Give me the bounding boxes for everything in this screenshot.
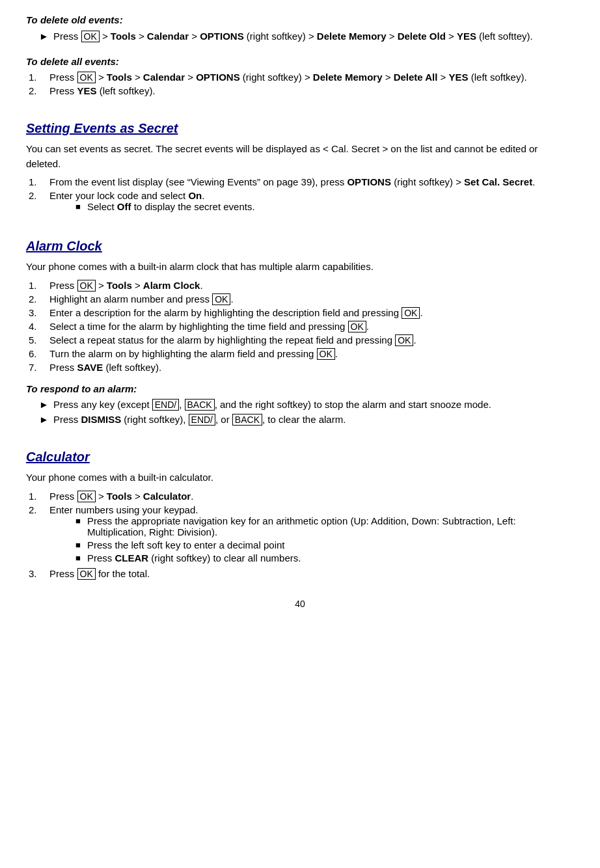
list-item: 6. Turn the alarm on by highlighting the… xyxy=(26,348,574,359)
respond-content-2: Press DISMISS (right softkey), END/, or … xyxy=(53,414,574,425)
list-item: 2. Enter numbers using your keypad. ■ Pr… xyxy=(26,504,574,565)
list-num: 1. xyxy=(26,491,49,502)
sub-content: Press CLEAR (right softkey) to clear all… xyxy=(87,552,574,563)
delete-all-list: 1. Press OK > Tools > Calendar > OPTIONS… xyxy=(26,72,574,96)
list-item: ■ Press CLEAR (right softkey) to clear a… xyxy=(49,552,574,563)
ok-kbd: OK xyxy=(212,293,230,305)
end-kbd: END/ xyxy=(152,399,179,411)
list-item: 2. Enter your lock code and select On. ■… xyxy=(26,190,574,214)
list-item: ■ Press the left soft key to enter a dec… xyxy=(49,539,574,550)
calculator-title: Calculator xyxy=(26,447,574,467)
alarm-clock-intro: Your phone comes with a built-in alarm c… xyxy=(26,260,574,275)
list-content: Press YES (left softkey). xyxy=(49,85,574,96)
setting-events-list: 1. From the event list display (see “Vie… xyxy=(26,176,574,214)
delete-old-content: Press OK > Tools > Calendar > OPTIONS (r… xyxy=(53,31,574,42)
alarm-clock-list: 1. Press OK > Tools > Alarm Clock. 2. Hi… xyxy=(26,280,574,373)
respond-bullet-1: ► Press any key (except END/, BACK, and … xyxy=(26,399,574,410)
list-num: 5. xyxy=(26,334,49,346)
back-kbd: BACK xyxy=(185,399,215,411)
list-item: 1. Press OK > Tools > Calendar > OPTIONS… xyxy=(26,72,574,83)
list-content: Enter a description for the alarm by hig… xyxy=(49,307,574,318)
ok-kbd: OK xyxy=(317,348,335,360)
list-num: 3. xyxy=(26,568,49,579)
list-item: 3. Press OK for the total. xyxy=(26,568,574,579)
square-icon: ■ xyxy=(75,202,87,212)
respond-content-1: Press any key (except END/, BACK, and th… xyxy=(53,399,574,410)
list-content: Press OK > Tools > Alarm Clock. xyxy=(49,280,574,291)
list-content: Turn the alarm on by highlighting the al… xyxy=(49,348,574,359)
sub-content: Select Off to display the secret events. xyxy=(87,201,574,212)
page-number: 40 xyxy=(295,599,305,609)
list-num: 2. xyxy=(26,85,49,96)
sub-content: Press the left soft key to enter a decim… xyxy=(87,539,574,550)
list-item: 2. Press YES (left softkey). xyxy=(26,85,574,96)
list-content: Select a repeat status for the alarm by … xyxy=(49,334,574,346)
ok-kbd: OK xyxy=(348,321,366,332)
ok-kbd: OK xyxy=(77,491,96,502)
back-kbd: BACK xyxy=(232,414,262,426)
arrow-icon: ► xyxy=(39,414,53,425)
list-num: 2. xyxy=(26,504,49,565)
list-content: Enter numbers using your keypad. ■ Press… xyxy=(49,504,574,565)
list-content: Highlight an alarm number and press OK. xyxy=(49,293,574,305)
list-item: 2. Highlight an alarm number and press O… xyxy=(26,293,574,305)
list-content: Press OK for the total. xyxy=(49,568,574,579)
sub-content: Press the appropriate navigation key for… xyxy=(87,515,574,537)
ok-kbd: OK xyxy=(77,568,96,580)
ok-kbd: OK xyxy=(77,280,96,292)
delete-all-events-section: To delete all events: 1. Press OK > Tool… xyxy=(26,55,574,97)
list-num: 7. xyxy=(26,362,49,373)
list-item: 1. From the event list display (see “Vie… xyxy=(26,176,574,187)
setting-events-intro: You can set events as secret. The secret… xyxy=(26,142,574,171)
square-icon: ■ xyxy=(75,553,87,563)
square-icon: ■ xyxy=(75,540,87,550)
alarm-clock-title: Alarm Clock xyxy=(26,236,574,256)
ok-kbd: OK xyxy=(395,334,413,346)
delete-old-events-section: To delete old events: ► Press OK > Tools… xyxy=(26,13,574,42)
calculator-section: Calculator Your phone comes with a built… xyxy=(26,447,574,579)
delete-old-bullet: ► Press OK > Tools > Calendar > OPTIONS … xyxy=(26,31,574,42)
page-content: To delete old events: ► Press OK > Tools… xyxy=(26,13,574,609)
setting-events-section: Setting Events as Secret You can set eve… xyxy=(26,118,574,214)
delete-all-events-title: To delete all events: xyxy=(26,55,574,70)
calculator-intro: Your phone comes with a built-in calcula… xyxy=(26,470,574,485)
list-item: ■ Press the appropriate navigation key f… xyxy=(49,515,574,537)
sub-bullet-list: ■ Select Off to display the secret event… xyxy=(49,201,574,212)
respond-alarm-title: To respond to an alarm: xyxy=(26,382,574,397)
respond-bullet-2: ► Press DISMISS (right softkey), END/, o… xyxy=(26,414,574,425)
square-icon: ■ xyxy=(75,516,87,537)
list-num: 2. xyxy=(26,293,49,305)
list-num: 1. xyxy=(26,176,49,187)
calculator-list: 1. Press OK > Tools > Calculator. 2. Ent… xyxy=(26,491,574,579)
list-item: 3. Enter a description for the alarm by … xyxy=(26,307,574,318)
setting-events-title: Setting Events as Secret xyxy=(26,118,574,138)
delete-old-events-title: To delete old events: xyxy=(26,13,574,28)
list-content: Select a time for the alarm by highlight… xyxy=(49,321,574,332)
arrow-icon: ► xyxy=(39,31,53,42)
list-num: 2. xyxy=(26,190,49,214)
arrow-icon: ► xyxy=(39,399,53,410)
ok-kbd: OK xyxy=(81,31,100,42)
ok-kbd: OK xyxy=(402,307,420,319)
list-item: 7. Press SAVE (left softkey). xyxy=(26,362,574,373)
list-item: 1. Press OK > Tools > Alarm Clock. xyxy=(26,280,574,291)
sub-bullet-list: ■ Press the appropriate navigation key f… xyxy=(49,515,574,563)
page-footer: 40 xyxy=(26,599,574,609)
list-num: 4. xyxy=(26,321,49,332)
list-item: 1. Press OK > Tools > Calculator. xyxy=(26,491,574,502)
list-content: Enter your lock code and select On. ■ Se… xyxy=(49,190,574,214)
ok-kbd: OK xyxy=(77,72,96,83)
list-num: 3. xyxy=(26,307,49,318)
list-content: Press OK > Tools > Calculator. xyxy=(49,491,574,502)
list-num: 1. xyxy=(26,280,49,291)
list-num: 6. xyxy=(26,348,49,359)
list-content: From the event list display (see “Viewin… xyxy=(49,176,574,187)
list-content: Press OK > Tools > Calendar > OPTIONS (r… xyxy=(49,72,574,83)
list-item: ■ Select Off to display the secret event… xyxy=(49,201,574,212)
list-item: 5. Select a repeat status for the alarm … xyxy=(26,334,574,346)
list-content: Press SAVE (left softkey). xyxy=(49,362,574,373)
alarm-clock-section: Alarm Clock Your phone comes with a buil… xyxy=(26,236,574,425)
list-num: 1. xyxy=(26,72,49,83)
list-item: 4. Select a time for the alarm by highli… xyxy=(26,321,574,332)
end-kbd: END/ xyxy=(189,414,215,426)
